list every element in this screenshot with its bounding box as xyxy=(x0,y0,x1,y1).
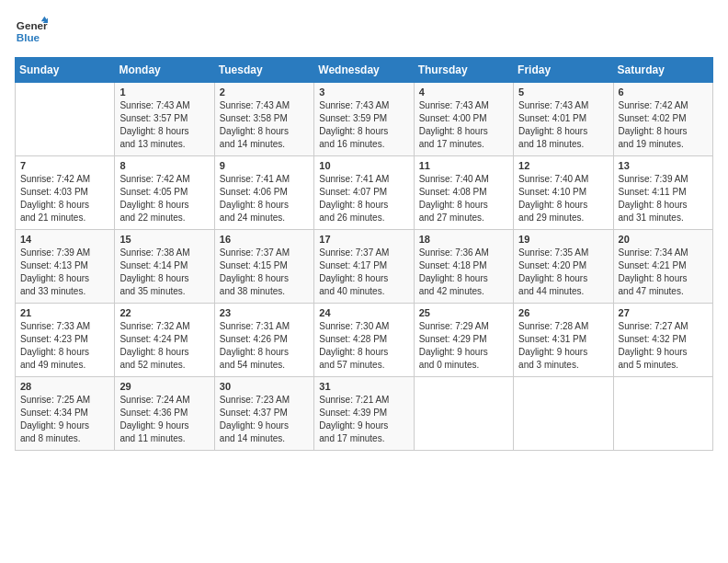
day-number: 10 xyxy=(319,160,408,171)
page-header: General Blue xyxy=(15,15,713,48)
day-info: Sunrise: 7:43 AM Sunset: 3:58 PM Dayligh… xyxy=(220,99,309,151)
weekday-header-row: SundayMondayTuesdayWednesdayThursdayFrid… xyxy=(16,58,713,83)
calendar-cell xyxy=(514,377,613,451)
calendar-cell: 23Sunrise: 7:31 AM Sunset: 4:26 PM Dayli… xyxy=(214,304,313,377)
calendar-cell: 22Sunrise: 7:32 AM Sunset: 4:24 PM Dayli… xyxy=(115,304,214,377)
calendar-cell: 24Sunrise: 7:30 AM Sunset: 4:28 PM Dayli… xyxy=(314,304,414,377)
calendar-table: SundayMondayTuesdayWednesdayThursdayFrid… xyxy=(15,57,713,451)
day-info: Sunrise: 7:28 AM Sunset: 4:31 PM Dayligh… xyxy=(518,320,608,372)
day-number: 14 xyxy=(20,234,109,245)
day-number: 2 xyxy=(220,86,309,98)
calendar-cell: 19Sunrise: 7:35 AM Sunset: 4:20 PM Dayli… xyxy=(514,230,613,304)
logo: General Blue xyxy=(15,15,48,48)
day-number: 18 xyxy=(419,234,508,245)
calendar-cell: 7Sunrise: 7:42 AM Sunset: 4:03 PM Daylig… xyxy=(16,156,115,230)
day-number: 5 xyxy=(518,86,608,98)
day-number: 11 xyxy=(419,160,508,171)
day-number: 31 xyxy=(319,381,408,392)
calendar-cell: 26Sunrise: 7:28 AM Sunset: 4:31 PM Dayli… xyxy=(514,304,613,377)
day-number: 23 xyxy=(220,307,309,318)
calendar-week-row: 21Sunrise: 7:33 AM Sunset: 4:23 PM Dayli… xyxy=(16,304,713,377)
day-number: 25 xyxy=(419,307,508,318)
day-number: 27 xyxy=(619,307,708,318)
calendar-week-row: 1Sunrise: 7:43 AM Sunset: 3:57 PM Daylig… xyxy=(16,83,713,156)
calendar-cell: 5Sunrise: 7:43 AM Sunset: 4:01 PM Daylig… xyxy=(514,83,613,156)
calendar-cell: 15Sunrise: 7:38 AM Sunset: 4:14 PM Dayli… xyxy=(115,230,214,304)
calendar-cell: 31Sunrise: 7:21 AM Sunset: 4:39 PM Dayli… xyxy=(314,377,414,451)
day-info: Sunrise: 7:24 AM Sunset: 4:36 PM Dayligh… xyxy=(119,394,209,445)
weekday-header-thursday: Thursday xyxy=(414,58,513,83)
day-info: Sunrise: 7:31 AM Sunset: 4:26 PM Dayligh… xyxy=(220,320,309,372)
calendar-week-row: 28Sunrise: 7:25 AM Sunset: 4:34 PM Dayli… xyxy=(16,377,713,451)
day-number: 20 xyxy=(619,234,708,245)
svg-text:Blue: Blue xyxy=(17,31,40,43)
day-info: Sunrise: 7:43 AM Sunset: 3:59 PM Dayligh… xyxy=(319,99,408,151)
day-info: Sunrise: 7:27 AM Sunset: 4:32 PM Dayligh… xyxy=(619,320,708,372)
calendar-cell: 13Sunrise: 7:39 AM Sunset: 4:11 PM Dayli… xyxy=(613,156,712,230)
day-info: Sunrise: 7:25 AM Sunset: 4:34 PM Dayligh… xyxy=(20,394,109,445)
day-info: Sunrise: 7:36 AM Sunset: 4:18 PM Dayligh… xyxy=(419,247,508,298)
calendar-cell: 11Sunrise: 7:40 AM Sunset: 4:08 PM Dayli… xyxy=(414,156,513,230)
day-info: Sunrise: 7:41 AM Sunset: 4:06 PM Dayligh… xyxy=(220,173,309,224)
day-info: Sunrise: 7:38 AM Sunset: 4:14 PM Dayligh… xyxy=(119,247,209,298)
weekday-header-wednesday: Wednesday xyxy=(314,58,414,83)
calendar-cell: 29Sunrise: 7:24 AM Sunset: 4:36 PM Dayli… xyxy=(115,377,214,451)
day-info: Sunrise: 7:39 AM Sunset: 4:13 PM Dayligh… xyxy=(20,247,109,298)
day-info: Sunrise: 7:32 AM Sunset: 4:24 PM Dayligh… xyxy=(119,320,209,372)
day-number: 21 xyxy=(20,307,109,318)
day-number: 28 xyxy=(20,381,109,392)
calendar-cell xyxy=(16,83,115,156)
calendar-cell: 8Sunrise: 7:42 AM Sunset: 4:05 PM Daylig… xyxy=(115,156,214,230)
calendar-cell: 6Sunrise: 7:42 AM Sunset: 4:02 PM Daylig… xyxy=(613,83,712,156)
day-info: Sunrise: 7:37 AM Sunset: 4:15 PM Dayligh… xyxy=(220,247,309,298)
calendar-cell: 30Sunrise: 7:23 AM Sunset: 4:37 PM Dayli… xyxy=(214,377,313,451)
day-info: Sunrise: 7:29 AM Sunset: 4:29 PM Dayligh… xyxy=(419,320,508,372)
day-info: Sunrise: 7:34 AM Sunset: 4:21 PM Dayligh… xyxy=(619,247,708,298)
day-info: Sunrise: 7:40 AM Sunset: 4:10 PM Dayligh… xyxy=(518,173,608,224)
calendar-cell: 28Sunrise: 7:25 AM Sunset: 4:34 PM Dayli… xyxy=(16,377,115,451)
calendar-cell: 17Sunrise: 7:37 AM Sunset: 4:17 PM Dayli… xyxy=(314,230,414,304)
weekday-header-saturday: Saturday xyxy=(613,58,712,83)
day-info: Sunrise: 7:37 AM Sunset: 4:17 PM Dayligh… xyxy=(319,247,408,298)
calendar-cell: 1Sunrise: 7:43 AM Sunset: 3:57 PM Daylig… xyxy=(115,83,214,156)
day-number: 15 xyxy=(119,234,209,245)
day-number: 24 xyxy=(319,307,408,318)
calendar-cell: 21Sunrise: 7:33 AM Sunset: 4:23 PM Dayli… xyxy=(16,304,115,377)
calendar-cell: 20Sunrise: 7:34 AM Sunset: 4:21 PM Dayli… xyxy=(613,230,712,304)
calendar-cell xyxy=(613,377,712,451)
calendar-cell: 9Sunrise: 7:41 AM Sunset: 4:06 PM Daylig… xyxy=(214,156,313,230)
calendar-cell: 27Sunrise: 7:27 AM Sunset: 4:32 PM Dayli… xyxy=(613,304,712,377)
weekday-header-sunday: Sunday xyxy=(16,58,115,83)
calendar-cell: 3Sunrise: 7:43 AM Sunset: 3:59 PM Daylig… xyxy=(314,83,414,156)
day-info: Sunrise: 7:21 AM Sunset: 4:39 PM Dayligh… xyxy=(319,394,408,445)
calendar-cell: 4Sunrise: 7:43 AM Sunset: 4:00 PM Daylig… xyxy=(414,83,513,156)
day-number: 3 xyxy=(319,86,408,98)
day-info: Sunrise: 7:43 AM Sunset: 4:00 PM Dayligh… xyxy=(419,99,508,151)
day-info: Sunrise: 7:39 AM Sunset: 4:11 PM Dayligh… xyxy=(619,173,708,224)
day-info: Sunrise: 7:33 AM Sunset: 4:23 PM Dayligh… xyxy=(20,320,109,372)
weekday-header-monday: Monday xyxy=(115,58,214,83)
calendar-cell: 25Sunrise: 7:29 AM Sunset: 4:29 PM Dayli… xyxy=(414,304,513,377)
calendar-cell: 10Sunrise: 7:41 AM Sunset: 4:07 PM Dayli… xyxy=(314,156,414,230)
day-number: 26 xyxy=(518,307,608,318)
weekday-header-tuesday: Tuesday xyxy=(214,58,313,83)
day-number: 29 xyxy=(119,381,209,392)
day-number: 17 xyxy=(319,234,408,245)
day-number: 16 xyxy=(220,234,309,245)
logo-icon: General Blue xyxy=(15,15,48,48)
day-number: 12 xyxy=(518,160,608,171)
calendar-week-row: 14Sunrise: 7:39 AM Sunset: 4:13 PM Dayli… xyxy=(16,230,713,304)
day-number: 6 xyxy=(619,86,708,98)
day-info: Sunrise: 7:42 AM Sunset: 4:05 PM Dayligh… xyxy=(119,173,209,224)
day-info: Sunrise: 7:43 AM Sunset: 3:57 PM Dayligh… xyxy=(119,99,209,151)
day-number: 13 xyxy=(619,160,708,171)
day-info: Sunrise: 7:23 AM Sunset: 4:37 PM Dayligh… xyxy=(220,394,309,445)
day-info: Sunrise: 7:42 AM Sunset: 4:03 PM Dayligh… xyxy=(20,173,109,224)
calendar-cell: 2Sunrise: 7:43 AM Sunset: 3:58 PM Daylig… xyxy=(214,83,313,156)
day-info: Sunrise: 7:30 AM Sunset: 4:28 PM Dayligh… xyxy=(319,320,408,372)
day-number: 19 xyxy=(518,234,608,245)
calendar-cell: 16Sunrise: 7:37 AM Sunset: 4:15 PM Dayli… xyxy=(214,230,313,304)
day-number: 8 xyxy=(119,160,209,171)
day-number: 7 xyxy=(20,160,109,171)
weekday-header-friday: Friday xyxy=(514,58,613,83)
